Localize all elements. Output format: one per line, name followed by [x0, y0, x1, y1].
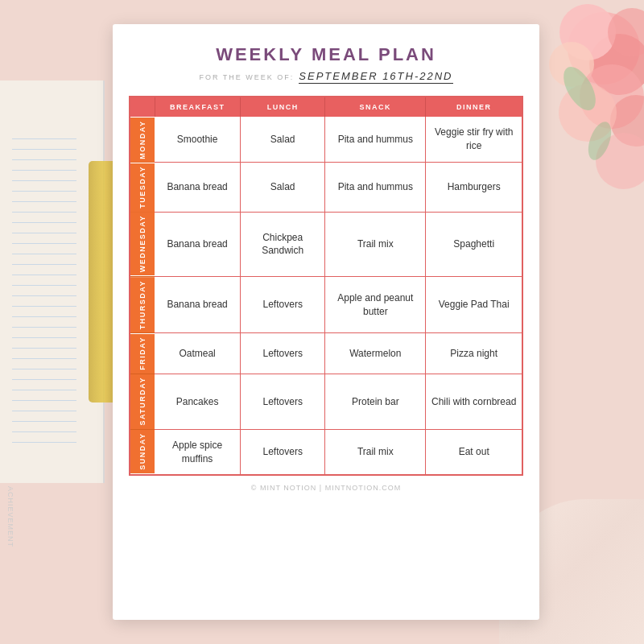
meal-cell-dinner: Spaghetti	[426, 212, 522, 276]
day-cell: MONDAY	[130, 117, 155, 163]
meal-cell-dinner: Hamburgers	[426, 163, 522, 213]
table-row: MONDAYSmoothieSaladPita and hummusVeggie…	[130, 117, 522, 163]
meal-cell-breakfast: Oatmeal	[155, 333, 241, 374]
meal-cell-lunch: Salad	[241, 117, 325, 163]
meal-cell-snack: Protein bar	[325, 374, 426, 430]
meal-cell-snack: Watermelon	[325, 333, 426, 374]
footer-text: © MINT NOTION | MINTNOTION.COM	[129, 484, 523, 492]
day-cell: SATURDAY	[130, 374, 155, 430]
meal-cell-lunch: Salad	[241, 163, 325, 213]
col-header-dinner: DINNER	[426, 97, 522, 117]
meal-cell-breakfast: Banana bread	[155, 277, 241, 333]
day-cell: SUNDAY	[130, 430, 155, 474]
col-header-day	[130, 97, 155, 117]
week-of-row: FOR THE WEEK OF: September 16th-22nd	[129, 70, 523, 84]
meal-cell-snack: Apple and peanut butter	[325, 277, 426, 333]
meal-cell-dinner: Veggie stir fry with rice	[426, 117, 522, 163]
meal-cell-dinner: Veggie Pad Thai	[426, 277, 522, 333]
meal-cell-breakfast: Banana bread	[155, 212, 241, 276]
meal-cell-breakfast: Pancakes	[155, 374, 241, 430]
table-row: WEDNESDAYBanana breadChickpea SandwichTr…	[130, 212, 522, 276]
day-cell: THURSDAY	[130, 277, 155, 333]
table-row: SUNDAYApple spice muffinsLeftoversTrail …	[130, 430, 522, 474]
meal-cell-dinner: Eat out	[426, 430, 522, 474]
col-header-breakfast: BREAKFAST	[155, 97, 241, 117]
meal-cell-snack: Trail mix	[325, 430, 426, 474]
meal-cell-snack: Trail mix	[325, 212, 426, 276]
meal-cell-dinner: Pizza night	[426, 333, 522, 374]
table-row: TUESDAYBanana breadSaladPita and hummusH…	[130, 163, 522, 213]
day-cell: WEDNESDAY	[130, 212, 155, 276]
meal-cell-lunch: Leftovers	[241, 333, 325, 374]
meal-cell-lunch: Leftovers	[241, 277, 325, 333]
col-header-snack: SNACK	[325, 97, 426, 117]
meal-table-wrapper: BREAKFAST LUNCH SNACK DINNER MONDAYSmoot…	[129, 96, 523, 476]
meal-cell-lunch: Leftovers	[241, 374, 325, 430]
table-row: THURSDAYBanana breadLeftoversApple and p…	[130, 277, 522, 333]
achievement-label: ACHIEVEMENT	[6, 486, 14, 547]
meal-cell-snack: Pita and hummus	[325, 117, 426, 163]
col-header-lunch: LUNCH	[241, 97, 325, 117]
meal-cell-breakfast: Smoothie	[155, 117, 241, 163]
meal-cell-lunch: Leftovers	[241, 430, 325, 474]
meal-cell-dinner: Chili with cornbread	[426, 374, 522, 430]
table-row: SATURDAYPancakesLeftoversProtein barChil…	[130, 374, 522, 430]
day-cell: TUESDAY	[130, 163, 155, 213]
meal-cell-lunch: Chickpea Sandwich	[241, 212, 325, 276]
meal-cell-breakfast: Apple spice muffins	[155, 430, 241, 474]
table-row: FRIDAYOatmealLeftoversWatermelonPizza ni…	[130, 333, 522, 374]
meal-cell-breakfast: Banana bread	[155, 163, 241, 213]
table-header-row: BREAKFAST LUNCH SNACK DINNER	[130, 97, 522, 117]
meal-table: BREAKFAST LUNCH SNACK DINNER MONDAYSmoot…	[130, 97, 522, 474]
page-title: WEEKLY MEAL PLAN	[129, 44, 523, 65]
week-of-label: FOR THE WEEK OF:	[200, 73, 295, 81]
week-of-value: September 16th-22nd	[299, 70, 452, 84]
meal-plan-card: WEEKLY MEAL PLAN FOR THE WEEK OF: Septem…	[113, 24, 539, 620]
meal-cell-snack: Pita and hummus	[325, 163, 426, 213]
day-cell: FRIDAY	[130, 333, 155, 374]
